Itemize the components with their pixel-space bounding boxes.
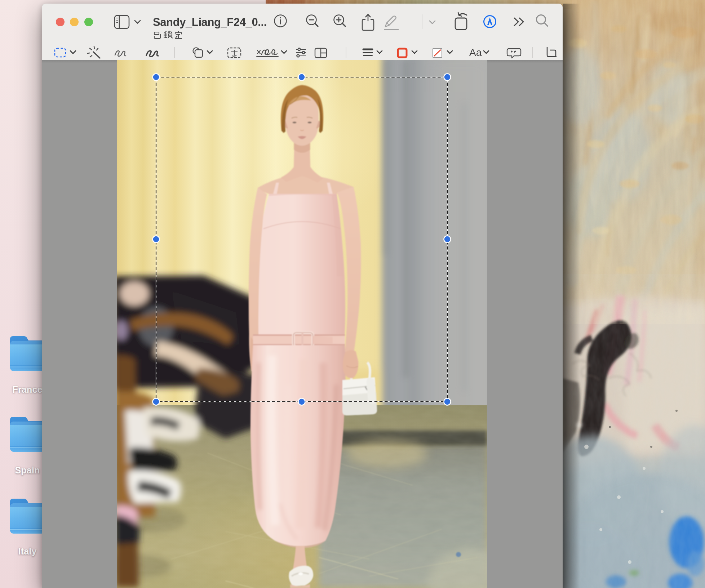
svg-text:Aa: Aa (469, 47, 482, 58)
